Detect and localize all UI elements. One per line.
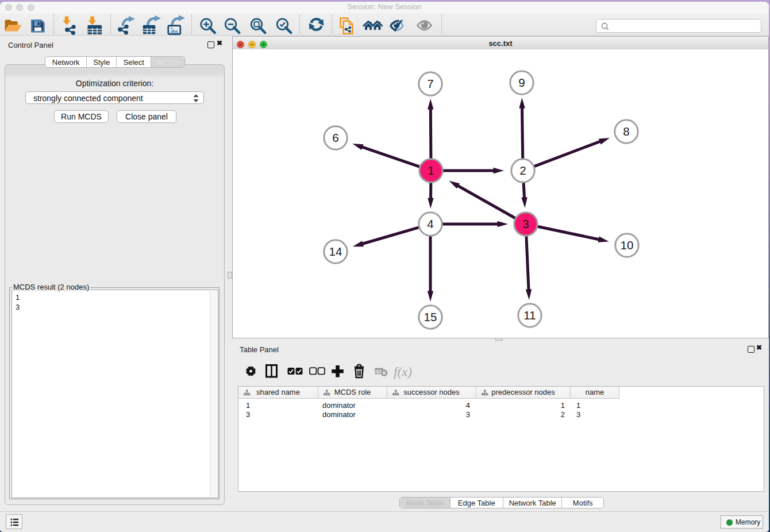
svg-text:1: 1 <box>428 164 434 177</box>
svg-text:7: 7 <box>427 77 433 90</box>
svg-text:3: 3 <box>522 217 529 230</box>
svg-text:9: 9 <box>518 76 525 89</box>
svg-text:10: 10 <box>621 238 634 252</box>
svg-text:11: 11 <box>523 309 536 322</box>
svg-text:15: 15 <box>424 310 437 323</box>
svg-text:f(x): f(x) <box>394 365 412 379</box>
svg-text:14: 14 <box>329 245 342 258</box>
svg-text:8: 8 <box>623 125 629 138</box>
svg-text:4: 4 <box>427 217 433 230</box>
svg-text:2: 2 <box>519 164 526 177</box>
svg-text:6: 6 <box>332 131 338 144</box>
